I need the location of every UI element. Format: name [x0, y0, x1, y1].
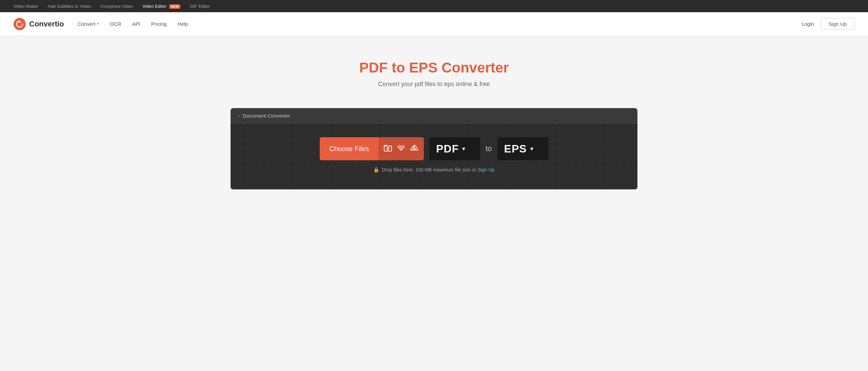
choose-files-button[interactable]: Choose Files — [320, 137, 424, 160]
breadcrumb-label: Document Converter — [243, 113, 290, 119]
nav-pricing[interactable]: Pricing — [151, 21, 167, 27]
nav-convert[interactable]: Convert ▾ — [78, 21, 99, 27]
nav-help[interactable]: Help — [178, 21, 188, 27]
choose-files-icons — [378, 137, 424, 160]
logo-text: Convertio — [29, 20, 64, 28]
dropbox-icon — [397, 144, 405, 153]
topbar-video-editor[interactable]: Video Editor NEW — [142, 4, 180, 9]
topbar-add-subtitles[interactable]: Add Subtitles to Video — [48, 4, 91, 9]
to-format-chevron-icon: ▾ — [530, 145, 533, 152]
logo[interactable]: Convertio — [14, 18, 64, 30]
from-format-label: PDF — [436, 143, 459, 155]
top-bar: Video Maker Add Subtitles to Video Compr… — [0, 0, 868, 12]
nav-ocr[interactable]: OCR — [110, 21, 121, 27]
drop-note-signup-link[interactable]: Sign Up — [478, 167, 495, 172]
to-format-label: EPS — [504, 143, 527, 155]
nav-links: Convert ▾ OCR API Pricing Help — [78, 21, 188, 27]
googledrive-icon — [410, 144, 418, 153]
converter-body: Choose Files — [231, 124, 637, 189]
breadcrumb-chevron-icon: ‹ — [239, 113, 240, 118]
main-nav: Convertio Convert ▾ OCR API Pricing Help… — [0, 12, 868, 36]
nav-right: Login Sign Up — [802, 18, 854, 30]
new-badge: NEW — [169, 4, 180, 9]
topbar-gif-editor[interactable]: GIF Editor — [190, 4, 210, 9]
choose-files-label: Choose Files — [320, 145, 378, 153]
to-format-select[interactable]: EPS ▾ — [497, 137, 548, 160]
convert-chevron-icon: ▾ — [97, 22, 99, 26]
nav-api[interactable]: API — [132, 21, 140, 27]
hero-section: PDF to EPS Converter Convert your pdf fi… — [0, 36, 868, 108]
to-separator: to — [486, 144, 492, 153]
hero-subtitle: Convert your pdf files to eps online & f… — [7, 81, 861, 88]
signup-button[interactable]: Sign Up — [821, 18, 854, 30]
topbar-compress-video[interactable]: Compress Video — [100, 4, 133, 9]
converter-header: ‹ Document Converter — [231, 108, 637, 124]
nav-left: Convertio Convert ▾ OCR API Pricing Help — [14, 18, 188, 30]
topbar-video-maker[interactable]: Video Maker — [14, 4, 38, 9]
hero-title: PDF to EPS Converter — [7, 60, 861, 76]
login-button[interactable]: Login — [802, 21, 814, 27]
converter-controls: Choose Files — [244, 137, 624, 160]
logo-icon — [14, 18, 26, 30]
from-format-chevron-icon: ▾ — [462, 145, 465, 152]
lock-icon: 🔒 — [373, 167, 379, 172]
converter-section: ‹ Document Converter Choose Files — [0, 108, 868, 210]
drop-note: 🔒 Drop files here. 100 MB maximum file s… — [244, 167, 624, 172]
converter-box: ‹ Document Converter Choose Files — [231, 108, 637, 189]
svg-point-1 — [387, 148, 389, 150]
folder-icon — [384, 144, 392, 153]
from-format-select[interactable]: PDF ▾ — [429, 137, 480, 160]
